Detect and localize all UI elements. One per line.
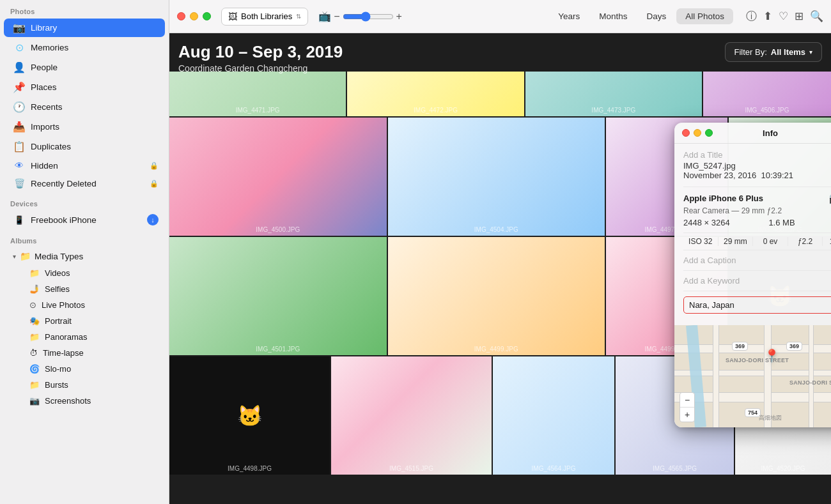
map-zoom-minus[interactable]: −	[680, 393, 694, 407]
filter-button[interactable]: Filter By: All Items ▾	[725, 42, 822, 62]
location-box[interactable]: Nara, Japan	[683, 296, 831, 314]
selfies-icon: 🤳	[29, 284, 40, 294]
add-keyword-field[interactable]: Add a Keyword	[683, 276, 831, 286]
info-maximize-button[interactable]	[705, 129, 713, 137]
sidebar: Photos 📷 Library ⊙ Memories 👤 People 📌 P…	[0, 0, 169, 504]
sidebar-item-portrait[interactable]: 🎭 Portrait	[4, 314, 165, 328]
content-area: Aug 10 – Sep 3, 2019 Coordinate Garden C…	[169, 33, 831, 504]
info-exif-row: ISO 32 29 mm 0 ev ƒ2.2 1/60 s	[683, 233, 831, 250]
camera-name: Apple iPhone 6 Plus	[683, 194, 763, 203]
info-button[interactable]: ⓘ	[746, 9, 757, 24]
slo-mo-icon: 🌀	[29, 364, 40, 374]
map-road	[764, 325, 772, 427]
photo-filename: IMG_4499.JPG	[388, 346, 605, 353]
duplicates-icon: 📋	[13, 141, 26, 153]
minimize-button[interactable]	[190, 12, 198, 20]
photo-cell[interactable]: IMG_4504.JPG	[388, 118, 605, 236]
tab-years[interactable]: Years	[549, 8, 589, 24]
zoom-slider[interactable]	[343, 11, 394, 22]
sidebar-item-imports[interactable]: 📥 Imports	[4, 118, 165, 136]
recents-icon: 🕐	[13, 101, 26, 113]
date-header: Aug 10 – Sep 3, 2019 Coordinate Garden C…	[178, 42, 343, 73]
sidebar-item-slo-mo[interactable]: 🌀 Slo-mo	[4, 362, 165, 376]
info-close-button[interactable]	[682, 129, 690, 137]
photo-cell[interactable]: IMG_4564.JPG	[493, 356, 614, 475]
sidebar-item-device[interactable]: 📱 Freebook iPhone ↓	[4, 211, 165, 229]
add-title-field[interactable]: Add a Title	[683, 150, 831, 160]
info-traffic-lights	[682, 129, 713, 137]
map-road	[809, 325, 814, 427]
screenshots-icon: 📷	[29, 396, 40, 406]
photo-filename: IMG_4515.JPG	[331, 465, 492, 472]
photo-cell[interactable]: IMG_4506.JPG	[703, 72, 831, 116]
close-button[interactable]	[177, 12, 185, 20]
zoom-minus-button[interactable]: −	[334, 11, 339, 22]
exif-exposure: 0 ev	[753, 237, 788, 246]
tab-months[interactable]: Months	[590, 8, 636, 24]
photo-filename: IMG_4565.JPG	[616, 465, 734, 472]
library-selector[interactable]: 🖼 Both Libraries ⇅	[221, 8, 308, 26]
sidebar-item-memories[interactable]: ⊙ Memories	[4, 38, 165, 57]
photo-filename: IMG_4501.JPG	[169, 346, 387, 353]
time-lapse-icon: ⏱	[29, 348, 38, 358]
share-button[interactable]: ⬆	[763, 9, 772, 24]
sidebar-item-bursts[interactable]: 📁 Bursts	[4, 378, 165, 392]
map-label-sanjo2: SANJO-DORI STREET	[789, 379, 831, 386]
map-badge-369b: 369	[786, 342, 802, 351]
window-controls	[177, 12, 211, 20]
sidebar-section-photos: Photos	[0, 0, 169, 18]
grid-row-top: IMG_4471.JPG IMG_4472.JPG IMG_4473.JPG I…	[169, 72, 831, 116]
sidebar-item-recents[interactable]: 🕐 Recents	[4, 98, 165, 116]
photo-cell[interactable]: IMG_4499.JPG	[388, 237, 605, 355]
photo-cell[interactable]: IMG_4472.JPG	[347, 72, 524, 116]
map[interactable]: 369 369 369 1 754 SANJO-DORI STREET SANJ…	[674, 325, 831, 427]
filter-bar: Filter By: All Items ▾	[725, 42, 822, 62]
info-filename: IMG_5247.jpg	[683, 161, 831, 171]
heart-button[interactable]: ♡	[779, 9, 788, 24]
photo-cell[interactable]: IMG_4473.JPG	[525, 72, 702, 116]
media-types-toggle[interactable]: ▾ 📁 Media Types	[4, 248, 165, 264]
sidebar-item-library[interactable]: 📷 Library	[4, 19, 165, 37]
info-dims-row: 2448 × 3264 1.6 MB JPEG	[683, 218, 831, 227]
imports-icon: 📥	[13, 121, 26, 133]
sidebar-item-duplicates[interactable]: 📋 Duplicates	[4, 137, 165, 156]
photo-filename: IMG_4472.JPG	[347, 107, 524, 114]
sidebar-item-places[interactable]: 📌 Places	[4, 78, 165, 96]
tab-all-photos[interactable]: All Photos	[676, 8, 733, 24]
photo-cell[interactable]: IMG_4500.JPG	[169, 118, 387, 236]
search-button[interactable]: 🔍	[810, 9, 823, 24]
photo-filename: IMG_4520.JPG	[735, 465, 831, 472]
photo-cell[interactable]: IMG_4471.JPG	[169, 72, 346, 116]
recently-deleted-lock-icon: 🔒	[150, 179, 159, 188]
sidebar-item-screenshots[interactable]: 📷 Screenshots	[4, 393, 165, 408]
sidebar-item-hidden[interactable]: 👁 Hidden 🔒	[4, 157, 165, 174]
sidebar-item-live-photos[interactable]: ⊙ Live Photos	[4, 298, 165, 312]
info-minimize-button[interactable]	[694, 129, 701, 137]
sidebar-item-videos[interactable]: 📁 Videos	[4, 266, 165, 280]
recently-deleted-icon: 🗑️	[13, 178, 26, 188]
sidebar-item-time-lapse[interactable]: ⏱ Time-lapse	[4, 346, 165, 360]
sidebar-item-panoramas[interactable]: 📁 Panoramas	[4, 330, 165, 344]
photo-cell[interactable]: IMG_4515.JPG	[331, 356, 492, 475]
chevron-down-icon: ▾	[13, 253, 16, 260]
slideshow-button[interactable]: ⊞	[795, 9, 804, 24]
info-dimensions: 2448 × 3264	[683, 218, 730, 227]
sidebar-item-people[interactable]: 👤 People	[4, 58, 165, 77]
sidebar-item-selfies[interactable]: 🤳 Selfies	[4, 282, 165, 296]
map-zoom-controls: − +	[680, 392, 695, 422]
photo-cell[interactable]: IMG_4501.JPG	[169, 237, 387, 355]
map-attribution: 高畑地図	[759, 414, 782, 422]
maximize-button[interactable]	[203, 12, 211, 20]
exif-aperture: ƒ2.2	[788, 237, 823, 246]
add-caption-field[interactable]: Add a Caption	[683, 256, 831, 265]
photo-filename: IMG_4473.JPG	[525, 107, 702, 114]
filter-label: Filter By:	[734, 47, 767, 57]
tab-days[interactable]: Days	[637, 8, 675, 24]
sidebar-section-devices: Devices	[0, 192, 169, 210]
info-panel-title: Info	[763, 128, 778, 138]
map-zoom-plus[interactable]: +	[680, 408, 694, 422]
photo-cell[interactable]: 🐱 IMG_4498.JPG	[169, 356, 330, 475]
sidebar-item-recently-deleted[interactable]: 🗑️ Recently Deleted 🔒	[4, 175, 165, 192]
bursts-icon: 📁	[29, 380, 40, 390]
zoom-plus-button[interactable]: +	[396, 11, 402, 22]
